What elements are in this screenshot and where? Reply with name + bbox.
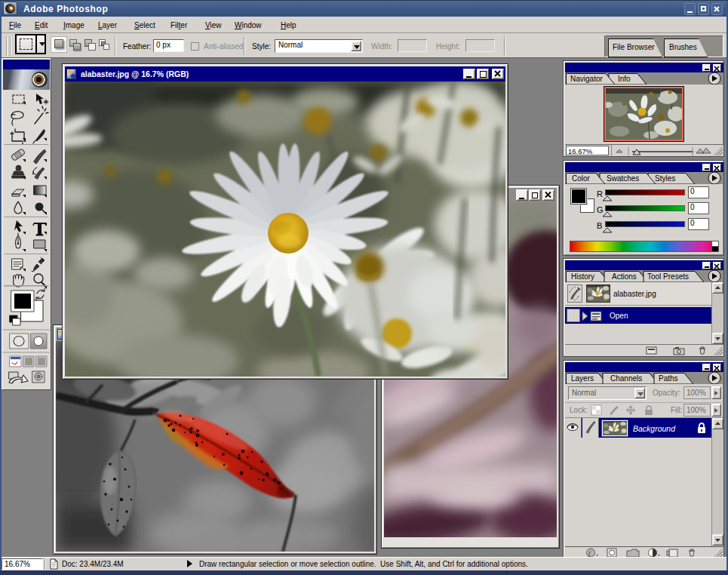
svg-text:Navigator: Navigator [570,75,603,83]
svg-text:Layers: Layers [571,374,594,383]
svg-text:History: History [571,272,594,281]
svg-text:Paths: Paths [659,374,678,383]
svg-text:Color: Color [572,174,591,183]
svg-text:Actions: Actions [612,272,637,281]
svg-text:Swatches: Swatches [607,174,639,183]
svg-text:Tool Presets: Tool Presets [647,272,689,281]
svg-text:Info: Info [618,75,631,83]
svg-text:Styles: Styles [655,174,675,183]
svg-text:Channels: Channels [610,374,642,383]
